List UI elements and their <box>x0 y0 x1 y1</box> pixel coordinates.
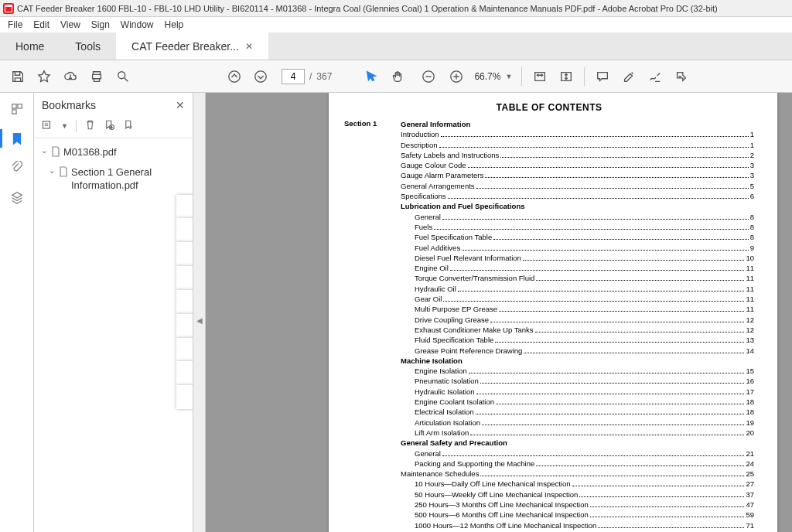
page-down-icon[interactable] <box>249 65 272 88</box>
toc-line: Fuel Additives9 <box>401 243 754 253</box>
attachments-icon[interactable] <box>9 159 26 176</box>
tree-item[interactable]: GENERAL ARRANGEMENT <box>176 314 193 338</box>
toc-line: Gear Oil11 <box>401 294 754 304</box>
toc-line: Machine Isolation <box>401 356 754 366</box>
pdf-page: TABLE OF CONTENTS Section 1 General Info… <box>329 93 777 532</box>
chevron-down-icon[interactable]: ▼ <box>505 73 512 80</box>
toc-line: General Safety and Precaution <box>401 438 754 448</box>
titlebar: CAT Feeder Breaker 1600 FBL-10 - FBL-10 … <box>0 0 792 17</box>
fit-width-icon[interactable] <box>528 65 551 88</box>
toc-line: Drive Coupling Grease12 <box>401 315 754 325</box>
bookmarks-icon[interactable] <box>9 130 26 147</box>
section-name: General Information <box>401 119 470 129</box>
toc-line: Grease Point Reference Drawing14 <box>401 346 754 356</box>
find-bookmark-icon[interactable] <box>123 119 135 133</box>
pointer-icon[interactable] <box>360 65 383 88</box>
tree-item[interactable]: Description <box>176 218 193 242</box>
toc-line: Gauge Colour Code3 <box>401 160 754 170</box>
zoom-in-icon[interactable] <box>445 65 468 88</box>
page-input[interactable] <box>282 69 305 84</box>
tree-item[interactable]: SAFETY LABELS AND INSTRUCTIONS <box>176 242 193 266</box>
toc-line: Lubrication and Fuel Specifications <box>401 201 754 211</box>
hand-icon[interactable] <box>386 65 409 88</box>
star-icon[interactable] <box>32 65 56 88</box>
options-icon[interactable] <box>42 119 53 133</box>
svg-point-2 <box>255 70 266 81</box>
bookmarks-toolbar: ▼ <box>34 116 193 138</box>
svg-rect-5 <box>12 104 15 108</box>
toc-line: Fuels8 <box>401 222 754 232</box>
toc-line: Description1 <box>401 140 754 150</box>
menu-window[interactable]: Window <box>121 19 154 30</box>
tree-item[interactable]: Gauge alarm parameters <box>176 290 193 314</box>
toc-line: 10 Hours—Daily Off Line Mechanical Inspe… <box>401 479 754 489</box>
menu-view[interactable]: View <box>60 19 80 30</box>
side-rail <box>0 93 34 532</box>
tree-item[interactable]: Introduction <box>176 195 193 219</box>
page-title: TABLE OF CONTENTS <box>344 102 754 113</box>
close-icon[interactable]: ✕ <box>245 41 253 52</box>
bookmarks-title: Bookmarks <box>42 99 96 111</box>
menu-help[interactable]: Help <box>165 19 184 30</box>
collapse-handle[interactable]: ◀ <box>193 93 206 532</box>
bookmarks-tree[interactable]: ⌄ M01368.pdf ⌄ Section 1 General Informa… <box>34 138 193 532</box>
close-panel-icon[interactable]: ✕ <box>176 99 185 111</box>
toc-line: 50 Hours—Weekly Off Line Mechanical Insp… <box>401 489 754 500</box>
toc-line: General Arrangements5 <box>401 181 754 191</box>
document-area: ◀ TABLE OF CONTENTS Section 1 General In… <box>193 93 792 532</box>
chevron-down-icon[interactable]: ⌄ <box>40 145 48 156</box>
sign-icon[interactable] <box>644 65 667 88</box>
comment-icon[interactable] <box>591 65 614 88</box>
thumbnails-icon[interactable] <box>9 101 26 118</box>
fit-page-icon[interactable] <box>555 65 578 88</box>
toc-line: 500 Hours—6 Months Off Line Mechanical I… <box>401 510 754 520</box>
search-icon[interactable] <box>111 65 135 88</box>
page-sep: / <box>309 71 312 82</box>
toc-line: Fluid Specification Table13 <box>401 335 754 345</box>
new-bookmark-icon[interactable] <box>104 119 115 133</box>
toc-line: 250 Hours—3 Months Off Line Mechanical I… <box>401 500 754 510</box>
toc-line: Electrical Isolation18 <box>401 407 754 417</box>
chevron-down-icon[interactable]: ⌄ <box>48 165 56 176</box>
toc-line: Multi Purpose EP Grease11 <box>401 304 754 314</box>
more-tools-icon[interactable] <box>670 65 693 88</box>
toc-line: Introduction1 <box>401 129 754 139</box>
trash-icon[interactable] <box>84 119 96 133</box>
menubar: File Edit View Sign Window Help <box>0 17 792 32</box>
menu-file[interactable]: File <box>8 19 22 30</box>
tab-home[interactable]: Home <box>0 32 60 60</box>
svg-rect-7 <box>12 110 15 114</box>
tree-item[interactable]: Gauge colour code <box>176 266 193 290</box>
menu-edit[interactable]: Edit <box>33 19 50 30</box>
page-indicator: / 367 <box>282 69 332 84</box>
svg-point-0 <box>118 71 125 78</box>
print-icon[interactable] <box>85 65 108 88</box>
tab-document-label: CAT Feeder Breaker... <box>131 40 239 53</box>
tree-item[interactable]: specifications <box>176 338 193 362</box>
toc-line: Hydraulic Oil11 <box>401 284 754 294</box>
layers-icon[interactable] <box>9 189 26 206</box>
menu-sign[interactable]: Sign <box>91 19 110 30</box>
toc-line: Torque Converter/Transmission Fluid11 <box>401 273 754 283</box>
tree-section[interactable]: ⌄ Section 1 General Information.pdf <box>48 163 189 195</box>
zoom-out-icon[interactable] <box>417 65 440 88</box>
tabbar: Home Tools CAT Feeder Breaker... ✕ <box>0 32 792 60</box>
tab-tools[interactable]: Tools <box>60 32 116 60</box>
cloud-icon[interactable] <box>59 65 82 88</box>
pdf-app-icon <box>3 3 14 14</box>
tab-document[interactable]: CAT Feeder Breaker... ✕ <box>116 32 268 60</box>
highlight-icon[interactable] <box>617 65 640 88</box>
toc-line: Engine Isolation15 <box>401 366 754 376</box>
toc-line: Maintenance Schedules25 <box>401 469 754 479</box>
page-total: 367 <box>316 71 332 82</box>
page-up-icon[interactable] <box>223 65 246 88</box>
page-canvas[interactable]: TABLE OF CONTENTS Section 1 General Info… <box>206 93 792 532</box>
bookmarks-panel: Bookmarks ✕ ▼ ⌄ M01368.pdf ⌄ Section 1 G… <box>34 93 193 532</box>
toc-line: Specifications6 <box>401 191 754 201</box>
toc-line: Pneumatic Isolation16 <box>401 376 754 386</box>
zoom-value[interactable]: 66.7% <box>474 71 500 82</box>
tree-item[interactable]: All specifications are subject to change… <box>176 361 193 385</box>
save-icon[interactable] <box>6 65 29 88</box>
tree-root[interactable]: ⌄ M01368.pdf <box>40 143 189 163</box>
tree-item[interactable]: Capacities <box>176 385 193 409</box>
